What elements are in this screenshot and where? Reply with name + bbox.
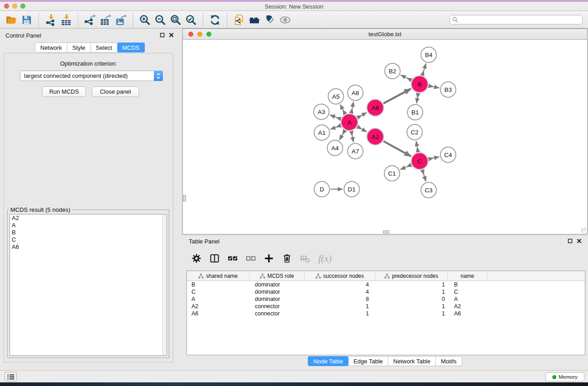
node-A2[interactable]: A2 <box>367 129 384 145</box>
tab-network-table[interactable]: Network Table <box>388 356 436 366</box>
edge-A2-C[interactable] <box>383 141 411 157</box>
mcds-result-item[interactable]: A6 <box>10 243 167 251</box>
column-header-shared-name[interactable]: shared name <box>187 271 249 281</box>
table-row[interactable]: A2connector11A2 <box>187 303 585 310</box>
tab-edge-table[interactable]: Edge Table <box>349 356 388 366</box>
task-history-button[interactable] <box>5 372 17 381</box>
node-A4[interactable]: A4 <box>327 140 343 156</box>
edge-A-A1[interactable] <box>330 125 341 129</box>
node-B1[interactable]: B1 <box>407 105 423 120</box>
select-all-rows-button[interactable] <box>227 253 239 264</box>
refresh-button[interactable] <box>207 13 223 27</box>
home-button[interactable] <box>247 13 262 27</box>
node-B2[interactable]: B2 <box>385 63 400 79</box>
edge-A-A2[interactable] <box>358 127 367 132</box>
node-C3[interactable]: C3 <box>421 182 436 198</box>
zoom-check-button[interactable] <box>183 13 199 27</box>
column-header-successor-nodes[interactable]: successor nodes <box>305 271 375 281</box>
edge-A-A6[interactable] <box>358 113 367 118</box>
criterion-dropdown[interactable]: largest connected component (directed) <box>20 71 163 81</box>
node-C[interactable]: C <box>411 153 428 170</box>
node-D[interactable]: D <box>314 181 330 197</box>
export-network-button[interactable] <box>82 13 98 27</box>
edge-A-A7[interactable] <box>351 131 354 142</box>
add-column-button[interactable] <box>263 253 275 264</box>
export-image-button[interactable] <box>113 13 129 27</box>
edge-B-B2[interactable] <box>401 75 411 80</box>
node-C4[interactable]: C4 <box>440 147 456 162</box>
import-network-button[interactable] <box>43 13 58 27</box>
edge-B-B4[interactable] <box>422 63 426 75</box>
edge-C-C4[interactable] <box>429 157 440 159</box>
column-header-predecessor-nodes[interactable]: predecessor nodes <box>375 271 448 281</box>
tab-node-table[interactable]: Node Table <box>308 356 349 366</box>
node-A3[interactable]: A3 <box>314 104 329 119</box>
node-A[interactable]: A <box>341 114 358 131</box>
search-field[interactable] <box>449 15 583 24</box>
close-table-panel-icon[interactable] <box>577 238 582 243</box>
zoom-fit-button[interactable] <box>168 13 183 27</box>
search-input[interactable] <box>460 16 582 24</box>
edge-A-A3[interactable] <box>330 115 341 119</box>
memory-button[interactable]: Memory <box>545 372 584 381</box>
table-row[interactable]: Bdominator41B <box>187 281 585 288</box>
run-mcds-button[interactable]: Run MCDS <box>42 86 86 97</box>
main-titlebar[interactable]: Session: New Session <box>0 2 588 11</box>
export-table-button[interactable] <box>98 13 113 27</box>
marker-button[interactable] <box>262 13 277 27</box>
edge-A-A5[interactable] <box>340 105 345 114</box>
mcds-result-item[interactable]: B <box>10 229 167 236</box>
network-canvas[interactable]: B4B2BB3A5A8A6B1A3AC2A1A2A4A7C4CC1C3DD1 <box>183 40 587 233</box>
deselect-all-rows-button[interactable] <box>245 253 257 264</box>
float-panel-icon[interactable] <box>160 33 165 38</box>
edge-C-C2[interactable] <box>416 141 418 152</box>
node-A1[interactable]: A1 <box>314 125 330 140</box>
edge-B-B1[interactable] <box>416 93 418 103</box>
node-A6[interactable]: A6 <box>367 100 384 116</box>
split-panel-button[interactable] <box>209 253 220 264</box>
edge-B-B3[interactable] <box>429 86 439 88</box>
mcds-result-list[interactable]: A2ABCA6 <box>10 214 167 356</box>
node-A8[interactable]: A8 <box>348 85 363 100</box>
mcds-result-item[interactable]: C <box>10 236 167 243</box>
column-header-mcds-role[interactable]: MCDS role <box>249 271 305 281</box>
node-C2[interactable]: C2 <box>407 124 422 140</box>
table-row[interactable]: Cdominator41C <box>187 288 585 295</box>
mcds-result-scrollbar[interactable] <box>163 214 167 355</box>
node-A7[interactable]: A7 <box>348 143 363 159</box>
node-B4[interactable]: B4 <box>421 47 436 62</box>
visibility-button[interactable] <box>277 13 293 27</box>
tab-motifs[interactable]: Motifs <box>436 356 462 366</box>
network-view-window[interactable]: testGlobe.txt B4B2BB3A5A8A6B1A3AC2A1A2A4… <box>182 29 588 234</box>
tab-style[interactable]: Style <box>67 43 91 52</box>
open-file-button[interactable] <box>4 13 19 27</box>
edge-A-A4[interactable] <box>339 130 345 140</box>
edge-A-A8[interactable] <box>351 102 354 113</box>
zoom-in-button[interactable] <box>137 13 153 27</box>
node-A5[interactable]: A5 <box>328 89 344 104</box>
table-row[interactable]: Adominator80A <box>187 295 585 303</box>
close-panel-icon[interactable] <box>169 33 174 38</box>
network-horizontal-scrollbar[interactable] <box>383 230 389 234</box>
tab-select[interactable]: Select <box>91 43 118 52</box>
close-panel-button[interactable]: Close panel <box>92 86 139 97</box>
duplicate-network-button[interactable] <box>231 13 247 27</box>
column-header-name[interactable]: name <box>448 271 488 281</box>
edge-A6-B[interactable] <box>383 89 411 103</box>
node-C1[interactable]: C1 <box>384 166 400 181</box>
tab-mcds[interactable]: MCDS <box>117 43 145 52</box>
save-session-button[interactable] <box>19 13 34 27</box>
mcds-result-item[interactable]: A <box>10 222 167 229</box>
delete-column-button[interactable] <box>281 253 293 264</box>
network-vertical-scrollbar[interactable] <box>183 195 186 201</box>
column-settings-button[interactable] <box>191 253 202 264</box>
table-row[interactable]: A6connector11A6 <box>187 310 585 317</box>
zoom-out-button[interactable] <box>153 13 168 27</box>
node-B[interactable]: B <box>411 76 428 93</box>
mcds-result-item[interactable]: A2 <box>10 214 167 222</box>
tab-network[interactable]: Network <box>35 43 67 52</box>
edge-C-C1[interactable] <box>400 165 411 170</box>
float-table-panel-icon[interactable] <box>568 238 573 243</box>
network-resize-grip[interactable] <box>581 228 587 234</box>
network-window-titlebar[interactable]: testGlobe.txt <box>183 29 587 40</box>
